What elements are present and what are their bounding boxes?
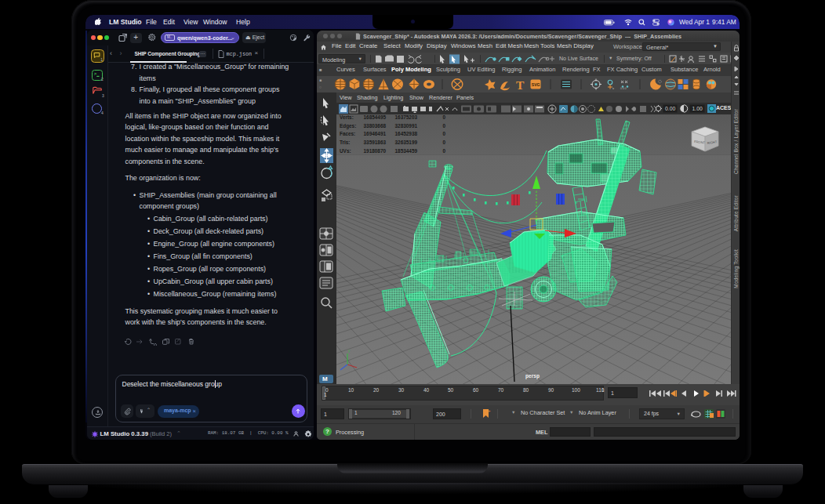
svg-text:T: T <box>516 78 525 92</box>
svg-text:Edges:: Edges: <box>340 123 356 129</box>
svg-text:32830991: 32830991 <box>395 123 418 129</box>
svg-text:33803668: 33803668 <box>364 123 387 129</box>
svg-text:UVs:: UVs: <box>340 148 351 154</box>
svg-text:33591863: 33591863 <box>364 140 387 145</box>
svg-text:16946491: 16946491 <box>364 131 387 136</box>
svg-text:0.0.0: 0.0.0 <box>620 87 627 90</box>
svg-text:16375203: 16375203 <box>395 114 418 120</box>
svg-text:19180870: 19180870 <box>364 148 387 154</box>
svg-text:0.00: 0.00 <box>665 106 675 111</box>
svg-text:0: 0 <box>442 131 445 136</box>
svg-text:Faces:: Faces: <box>340 131 355 136</box>
svg-text:SVG: SVG <box>532 82 540 87</box>
svg-text:x: x <box>612 86 614 90</box>
svg-text:Verts:: Verts: <box>340 114 354 120</box>
svg-text:0: 0 <box>442 140 445 145</box>
svg-text:1.00: 1.00 <box>692 106 703 111</box>
svg-text:32635199: 32635199 <box>395 140 418 145</box>
svg-text:18534459: 18534459 <box>395 148 418 154</box>
svg-text:+: + <box>488 408 491 413</box>
svg-text:persp: persp <box>525 373 540 379</box>
svg-text:Tris:: Tris: <box>340 140 351 145</box>
svg-text:0: 0 <box>442 148 445 154</box>
svg-text:0: 0 <box>442 123 445 129</box>
svg-text:0: 0 <box>442 114 445 120</box>
svg-text:16452938: 16452938 <box>395 131 418 136</box>
svg-text:16854495: 16854495 <box>364 114 387 120</box>
